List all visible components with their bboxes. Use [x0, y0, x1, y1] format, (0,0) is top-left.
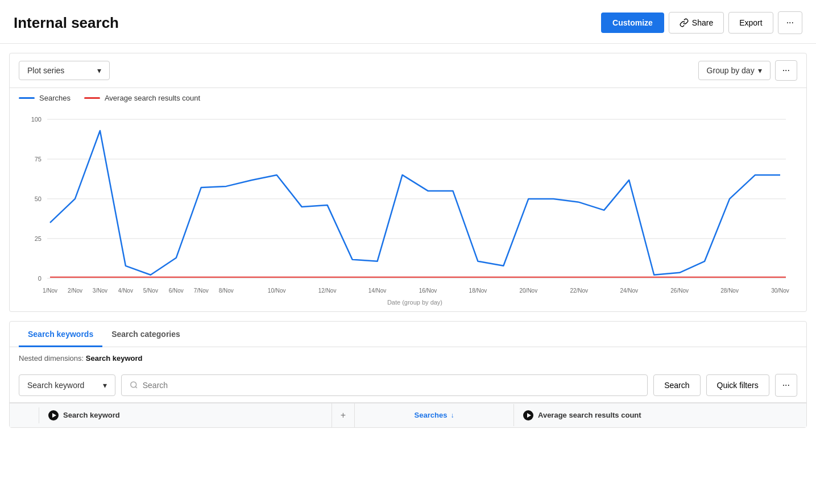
filter-dropdown-label: Search keyword: [27, 381, 84, 390]
tab-search-categories[interactable]: Search categories: [102, 322, 189, 347]
svg-text:18/Nov: 18/Nov: [469, 288, 487, 294]
svg-text:Date (group by day): Date (group by day): [387, 299, 442, 306]
chevron-down-icon: ▾: [758, 66, 762, 75]
svg-text:28/Nov: 28/Nov: [720, 288, 739, 294]
search-button[interactable]: Search: [653, 374, 700, 396]
chart-legend: Searches Average search results count: [10, 88, 806, 108]
avg-column-header: Average search results count: [514, 403, 806, 427]
svg-text:3/Nov: 3/Nov: [93, 288, 107, 294]
searches-column-header[interactable]: Searches ↓: [355, 404, 514, 426]
search-input-wrap[interactable]: [121, 374, 648, 396]
svg-text:12/Nov: 12/Nov: [318, 288, 337, 294]
plot-series-label: Plot series: [27, 66, 64, 75]
quick-filters-button[interactable]: Quick filters: [706, 374, 769, 396]
play-icon: [48, 410, 59, 420]
legend-avg: Average search results count: [84, 94, 200, 102]
group-by-button[interactable]: Group by day ▾: [698, 61, 771, 80]
group-by-label: Group by day: [707, 66, 755, 75]
avg-col-label: Average search results count: [538, 411, 641, 419]
svg-text:1/Nov: 1/Nov: [43, 288, 57, 294]
svg-text:6/Nov: 6/Nov: [169, 288, 184, 294]
expand-column: [10, 407, 39, 423]
svg-text:14/Nov: 14/Nov: [368, 288, 387, 294]
sort-arrow-icon: ↓: [450, 411, 454, 419]
svg-text:20/Nov: 20/Nov: [520, 288, 538, 294]
svg-text:26/Nov: 26/Nov: [670, 288, 689, 294]
export-button[interactable]: Export: [728, 12, 773, 34]
keyword-filter-dropdown[interactable]: Search keyword ▾: [19, 374, 115, 396]
svg-text:50: 50: [35, 195, 42, 202]
header-more-button[interactable]: ···: [778, 11, 802, 34]
keyword-col-label: Search keyword: [63, 411, 120, 419]
svg-text:25: 25: [35, 235, 42, 242]
line-chart: 0 25 50 75 100 1/Nov 2/Nov 3/Nov 4/Nov 5…: [19, 114, 797, 307]
svg-text:2/Nov: 2/Nov: [68, 288, 82, 294]
plot-series-dropdown[interactable]: Plot series ▾: [19, 61, 110, 80]
chevron-down-icon: ▾: [97, 66, 101, 75]
legend-avg-line: [84, 97, 100, 99]
svg-text:16/Nov: 16/Nov: [419, 288, 437, 294]
svg-point-31: [131, 382, 136, 388]
chart-more-button[interactable]: ···: [775, 60, 797, 81]
svg-text:30/Nov: 30/Nov: [771, 288, 789, 294]
legend-avg-label: Average search results count: [105, 94, 200, 102]
tab-search-keywords[interactable]: Search keywords: [19, 322, 102, 347]
svg-text:22/Nov: 22/Nov: [570, 288, 588, 294]
svg-line-32: [135, 387, 137, 389]
legend-searches: Searches: [19, 94, 71, 102]
searches-col-label: Searches: [415, 411, 448, 419]
nested-dims-value: Search keyword: [86, 354, 143, 363]
legend-searches-line: [19, 97, 35, 99]
nested-dimensions: Nested dimensions: Search keyword: [10, 347, 806, 368]
legend-searches-label: Searches: [39, 94, 71, 102]
play-icon: [523, 410, 533, 420]
customize-button[interactable]: Customize: [601, 13, 664, 33]
svg-text:75: 75: [35, 156, 42, 163]
svg-text:10/Nov: 10/Nov: [268, 288, 286, 294]
svg-text:24/Nov: 24/Nov: [620, 288, 638, 294]
chart-area: 0 25 50 75 100 1/Nov 2/Nov 3/Nov 4/Nov 5…: [10, 108, 806, 311]
chart-toolbar: Plot series ▾ Group by day ▾ ···: [10, 53, 806, 88]
chevron-down-icon: ▾: [103, 381, 107, 390]
table-more-button[interactable]: ···: [775, 374, 797, 397]
svg-text:0: 0: [38, 275, 42, 282]
share-label: Share: [692, 18, 713, 27]
chart-section: Plot series ▾ Group by day ▾ ··· Searche…: [9, 53, 807, 312]
search-icon: [130, 381, 138, 389]
table-section: Search keywords Search categories Nested…: [9, 321, 807, 428]
svg-text:100: 100: [31, 116, 42, 123]
chart-toolbar-right: Group by day ▾ ···: [698, 60, 797, 81]
filter-bar: Search keyword ▾ Search Quick filters ··…: [10, 368, 806, 403]
svg-text:7/Nov: 7/Nov: [194, 288, 209, 294]
tabs: Search keywords Search categories: [10, 322, 806, 347]
svg-text:5/Nov: 5/Nov: [143, 288, 158, 294]
search-input[interactable]: [138, 375, 639, 395]
link-icon: [680, 18, 689, 27]
svg-text:4/Nov: 4/Nov: [118, 288, 133, 294]
svg-text:8/Nov: 8/Nov: [219, 288, 234, 294]
page-title: Internal search: [14, 14, 119, 32]
keyword-column-header: Search keyword: [39, 403, 332, 427]
share-button[interactable]: Share: [669, 12, 724, 34]
header-actions: Customize Share Export ···: [601, 11, 802, 34]
table-header: Search keyword + Searches ↓ Average sear…: [10, 403, 806, 427]
add-column-button[interactable]: +: [332, 403, 355, 427]
